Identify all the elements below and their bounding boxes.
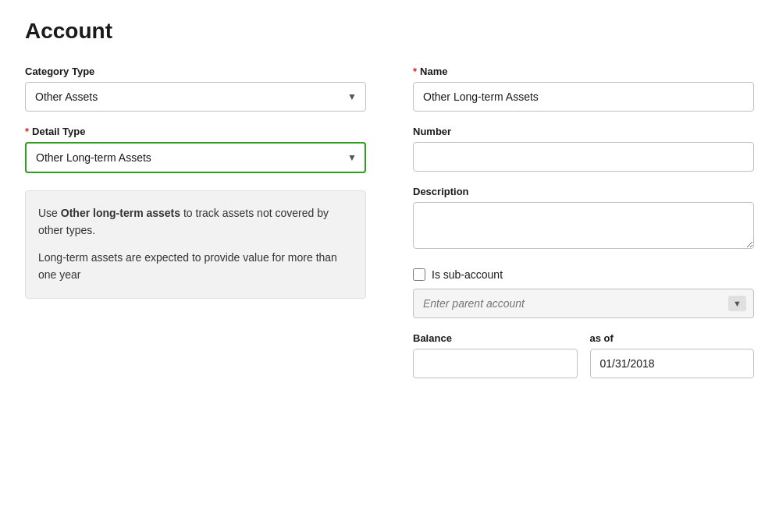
info-box: Use Other long-term assets to track asse… [25,190,366,299]
balance-group: Balance [413,332,578,378]
info-box-para1: Use Other long-term assets to track asse… [38,205,353,239]
sub-account-label: Is sub-account [432,268,503,281]
detail-type-select-wrapper: Other Long-term Assets ▼ [25,142,366,173]
info-box-bold: Other long-term assets [61,207,180,219]
description-input[interactable] [413,202,754,249]
name-field: * Name [413,66,754,112]
parent-account-wrapper: ▼ [413,289,754,318]
category-type-select[interactable]: Other Assets [25,82,366,112]
parent-account-input[interactable] [413,289,754,318]
sub-account-field: Is sub-account ▼ [413,265,754,318]
balance-field: Balance as of [413,332,754,378]
asof-group: as of [590,332,755,378]
info-box-para2: Long-term assets are expected to provide… [38,250,353,283]
description-label: Description [413,186,754,197]
balance-row: Balance as of [413,332,754,378]
asof-label: as of [590,332,755,344]
left-column: Category Type Other Assets ▼ * Detail Ty… [25,66,366,392]
balance-input[interactable] [413,349,578,378]
page-title: Account [25,19,754,44]
number-field: Number [413,126,754,172]
sub-account-checkbox[interactable] [413,268,425,281]
detail-type-field: * Detail Type Other Long-term Assets ▼ [25,126,366,173]
category-type-field: Category Type Other Assets ▼ [25,66,366,112]
detail-type-required-star: * [25,126,29,137]
detail-type-select[interactable]: Other Long-term Assets [25,142,366,173]
name-label: * Name [413,66,754,77]
balance-label: Balance [413,332,578,344]
number-input[interactable] [413,142,754,172]
category-type-label: Category Type [25,66,366,77]
description-field: Description [413,186,754,251]
name-input[interactable] [413,82,754,112]
number-label: Number [413,126,754,137]
category-type-select-wrapper: Other Assets ▼ [25,82,366,112]
detail-type-label: * Detail Type [25,126,366,137]
right-column: * Name Number Description Is sub-account… [413,66,754,392]
asof-input[interactable] [590,349,755,378]
name-required-star: * [413,66,417,77]
sub-account-checkbox-row: Is sub-account [413,268,754,281]
